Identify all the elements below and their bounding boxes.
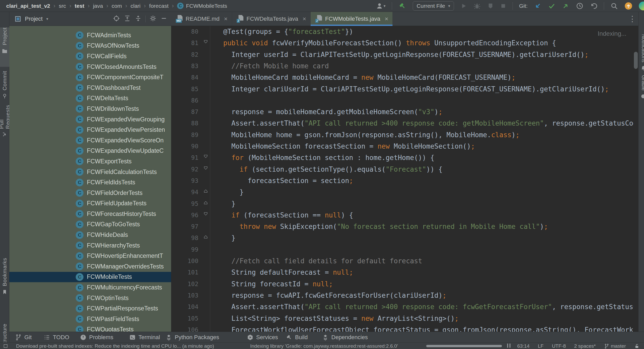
caret-position[interactable]: 63:14 — [517, 343, 530, 349]
tab-fcwmobiletests-java[interactable]: JFCWMobileTests.java× — [311, 12, 393, 26]
breadcrumb-item[interactable]: java — [93, 3, 103, 9]
gear-icon[interactable] — [149, 15, 157, 23]
run-with-coverage-button[interactable] — [487, 3, 494, 9]
tree-item[interactable]: CFCWExpandedViewUpdateC — [9, 146, 171, 156]
stripe-item-commit[interactable]: Commit — [0, 71, 9, 97]
breadcrumb-item[interactable]: CFCWMobileTests — [177, 3, 227, 9]
tree-item[interactable]: CFCWDeltaTests — [9, 93, 171, 104]
run-button[interactable] — [460, 3, 467, 9]
toolwindow-button-dependencies[interactable]: Dependencies — [322, 332, 368, 343]
tree-item[interactable]: CFCWPartialResponseTests — [9, 303, 171, 314]
chevron-down-icon[interactable]: ▾ — [46, 17, 48, 21]
fold-collapse-icon[interactable] — [203, 154, 208, 159]
stripe-item-notifications[interactable]: Notifications — [640, 34, 644, 73]
code-area[interactable]: @Test(groups = {"forecastTest"}) public … — [210, 26, 634, 332]
stripe-item-gradle[interactable]: Gradle — [640, 75, 644, 98]
tree-item[interactable]: CFCWExpandedViewGrouping — [9, 114, 171, 125]
tree-item[interactable]: CFCWFieldIdsTests — [9, 177, 171, 188]
line-number[interactable]: 102 — [171, 278, 198, 290]
fold-end-icon[interactable] — [203, 200, 208, 205]
build-project-button[interactable] — [398, 2, 407, 10]
indent-style[interactable]: 2 spaces* — [574, 343, 596, 349]
line-number[interactable]: 95 — [171, 198, 198, 209]
tab-options-kebab-icon[interactable]: ⋮ — [626, 12, 638, 26]
unlock-icon[interactable] — [634, 344, 639, 349]
tree-item[interactable]: CFCWAdminTests — [9, 30, 171, 41]
toolwindow-button-terminal[interactable]: Terminal — [129, 332, 160, 343]
tree-item[interactable]: CFCWExpandedViewPersisten — [9, 125, 171, 135]
tree-item[interactable]: CFCWDrilldownTests — [9, 104, 171, 114]
user-menu-button[interactable]: ▾ — [376, 2, 386, 10]
line-number[interactable]: 101 — [171, 267, 198, 278]
breadcrumb-item[interactable]: src — [59, 3, 66, 9]
toolwindow-button-problems[interactable]: Problems — [80, 332, 113, 343]
tree-item[interactable]: CFCWGapToGoTests — [9, 219, 171, 230]
stripe-item-bookmarks[interactable]: Bookmarks — [0, 258, 9, 312]
collapse-all-button[interactable] — [135, 15, 142, 23]
code-editor[interactable]: 8081828384858687888990919293949596979899… — [171, 26, 638, 332]
git-push-button[interactable] — [562, 2, 570, 10]
line-number[interactable]: 84 — [171, 72, 198, 83]
tree-item[interactable]: CFCWDashboardTest — [9, 83, 171, 93]
toolwindow-button-git[interactable]: Git — [15, 332, 32, 343]
line-number[interactable]: 88 — [171, 118, 198, 129]
fold-collapse-icon[interactable] — [203, 39, 208, 44]
pause-background-task-button[interactable] — [507, 344, 510, 348]
tree-item[interactable]: CFCWClosedAmountsTests — [9, 62, 171, 72]
run-configuration-selector[interactable]: Current File ▾ — [413, 1, 454, 11]
breadcrumb-item[interactable]: forecast — [149, 3, 169, 9]
line-number[interactable]: 96 — [171, 209, 198, 221]
tree-item[interactable]: CFCWMulticurrencyForecasts — [9, 282, 171, 293]
stop-button[interactable] — [500, 3, 506, 9]
tree-item[interactable]: CFCWComponentCompositeT — [9, 72, 171, 83]
avatar[interactable] — [639, 2, 644, 10]
line-number[interactable]: 99 — [171, 244, 198, 255]
line-number[interactable]: 90 — [171, 141, 198, 152]
stripe-item-project[interactable]: Project — [0, 27, 9, 67]
tree-item[interactable]: CFCWQuotasTests — [9, 324, 171, 332]
fold-end-icon[interactable] — [203, 234, 208, 239]
line-number[interactable]: 91 — [171, 152, 198, 163]
toolwindow-button-build[interactable]: Build — [286, 332, 308, 343]
hide-panel-button[interactable] — [160, 15, 167, 23]
tree-item[interactable]: CFCWFieldCalculationTests — [9, 167, 171, 177]
tree-item[interactable]: CFCWExportTests — [9, 156, 171, 167]
tree-item[interactable]: CFCWHierarchyTests — [9, 240, 171, 251]
git-branch-widget[interactable]: master — [604, 343, 626, 349]
toolwindow-button-services[interactable]: Services — [247, 332, 278, 343]
line-number[interactable]: 86 — [171, 95, 198, 106]
fold-collapse-icon[interactable] — [203, 212, 208, 216]
file-encoding[interactable]: UTF-8 — [552, 343, 566, 349]
tree-item[interactable]: CFCWFieldUpdateTests — [9, 198, 171, 209]
fold-end-icon[interactable] — [203, 188, 208, 193]
tree-item[interactable]: CFCWForecastHistoryTests — [9, 209, 171, 219]
tree-item[interactable]: CFCWManagerOverridesTests — [9, 261, 171, 272]
line-number[interactable]: 103 — [171, 290, 198, 301]
breadcrumb-item[interactable]: clari — [131, 3, 141, 9]
close-icon[interactable]: × — [383, 15, 388, 23]
toolwindow-button-todo[interactable]: TODO — [44, 332, 69, 343]
line-number[interactable]: 92 — [171, 164, 198, 175]
breadcrumb-item[interactable]: test — [75, 3, 84, 9]
line-number[interactable]: 87 — [171, 106, 198, 118]
tree-item[interactable]: CFCWHideDeals — [9, 230, 171, 240]
line-number[interactable]: 83 — [171, 60, 198, 72]
tree-item[interactable]: CFCWExpandedViewScoreOn — [9, 135, 171, 146]
tree-item[interactable]: CFCWCallFields — [9, 51, 171, 62]
line-separator[interactable]: LF — [538, 343, 543, 349]
tab-fcwdeltatests-java[interactable]: JFCWDeltaTests.java× — [232, 12, 311, 26]
stripe-item-pull-requests[interactable]: Pull Requests — [0, 99, 9, 138]
line-number[interactable]: 82 — [171, 49, 198, 60]
select-opened-file-button[interactable] — [113, 15, 120, 23]
breadcrumb-item[interactable]: clari_api_test_v2 — [6, 3, 50, 9]
breadcrumb-item[interactable]: com — [112, 3, 122, 9]
tree-item[interactable]: CFCWMobileTests — [9, 272, 171, 282]
editor-scrollbar[interactable] — [634, 52, 638, 69]
line-number[interactable]: 100 — [171, 255, 198, 267]
line-number[interactable]: 97 — [171, 221, 198, 232]
git-commit-button[interactable] — [548, 2, 556, 10]
close-icon[interactable]: × — [222, 15, 228, 23]
tree-item[interactable]: CFCWAsOfNowTests — [9, 41, 171, 51]
rollback-button[interactable] — [590, 2, 598, 10]
expand-all-button[interactable] — [124, 15, 131, 23]
